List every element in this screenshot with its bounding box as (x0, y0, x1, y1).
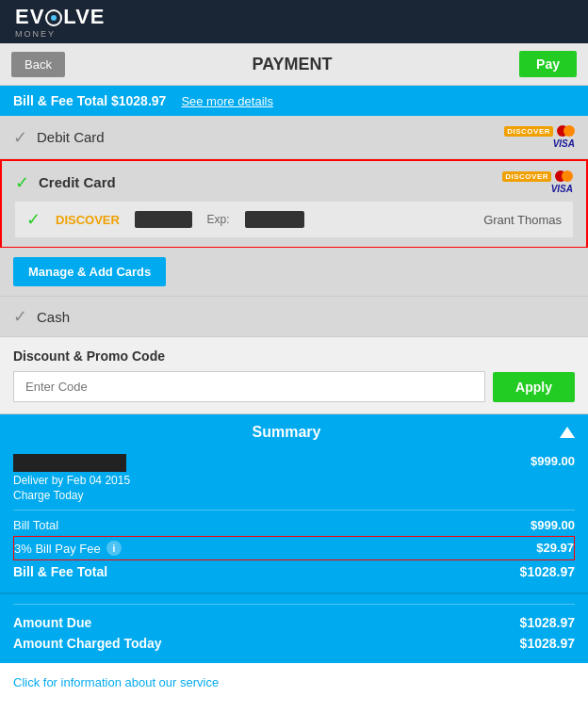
selected-card-detail: ✓ DISCOVER ( ████ ) Exp: ██████ Grant Th… (15, 202, 573, 237)
promo-row: Apply (13, 371, 575, 402)
amount-charged-value: $1028.97 (520, 636, 575, 651)
promo-input[interactable] (13, 371, 485, 402)
amount-due-label: Amount Due (13, 615, 91, 630)
fee-row: 3% Bill Pay Fee i $29.97 (13, 536, 575, 560)
visa-badge-debit: VISA (553, 138, 575, 149)
fee-value: $29.97 (536, 541, 574, 556)
summary-item-details: ████████████ Deliver by Feb 04 2015 Char… (13, 454, 130, 502)
exp-value-masked: ██████ (245, 211, 304, 228)
amount-section: Amount Due $1028.97 Amount Charged Today… (0, 592, 588, 663)
charge-today-text: Charge Today (13, 489, 130, 502)
debit-check-icon: ✓ (13, 127, 27, 148)
back-button[interactable]: Back (11, 52, 65, 77)
logo: EVLVE MONEY (15, 5, 106, 39)
pay-bottom-section: Pay (0, 701, 588, 713)
summary-title: Summary (13, 424, 560, 441)
discover-badge-debit: DISCOVER (504, 126, 553, 137)
item-name-masked: ████████████ (13, 454, 126, 472)
app-header: EVLVE MONEY (0, 0, 588, 43)
manage-add-cards-button[interactable]: Manage & Add Cards (13, 257, 166, 286)
amount-charged-label: Amount Charged Today (13, 636, 162, 651)
cash-check-icon: ✓ (13, 306, 27, 327)
fee-info-icon[interactable]: i (106, 541, 122, 556)
credit-card-label: Credit Card (39, 174, 116, 190)
see-details-link[interactable]: See more details (181, 94, 273, 108)
deliver-by-text: Deliver by Feb 04 2015 (13, 474, 130, 487)
promo-label: Discount & Promo Code (13, 348, 575, 364)
collapse-icon[interactable] (560, 427, 575, 438)
card-number-masked: ( ████ ) (135, 211, 192, 228)
mastercard-badge-debit (557, 125, 575, 137)
summary-item-row: ████████████ Deliver by Feb 04 2015 Char… (13, 450, 575, 506)
bill-total-text: Bill & Fee Total $1028.97 (13, 93, 166, 108)
apply-button[interactable]: Apply (493, 372, 575, 402)
promo-section: Discount & Promo Code Apply (0, 337, 588, 414)
summary-divider-1 (13, 510, 575, 510)
mastercard-badge-credit (555, 170, 573, 182)
amount-due-value: $1028.97 (520, 615, 575, 630)
item-price: $999.00 (531, 454, 575, 468)
pay-button-top[interactable]: Pay (519, 51, 577, 77)
summary-header: Summary (0, 414, 588, 450)
visa-badge-credit: VISA (551, 184, 573, 194)
debit-card-label: Debit Card (37, 129, 105, 145)
cardholder-name: Grant Thomas (483, 213, 562, 227)
service-link-section: Click for information about our service (0, 663, 588, 701)
fee-total-label: Bill & Fee Total (13, 564, 107, 579)
discover-badge-credit: DISCOVER (502, 171, 551, 182)
credit-card-icons: DISCOVER VISA (502, 170, 573, 194)
bill-total-value: $999.00 (531, 518, 575, 532)
bill-total-label: Bill Total (13, 518, 58, 532)
service-link[interactable]: Click for information about our service (13, 675, 219, 689)
debit-card-section: ✓ Debit Card DISCOVER VISA (0, 116, 588, 159)
discover-logo: DISCOVER (56, 213, 120, 227)
cash-section: ✓ Cash (0, 297, 588, 337)
credit-card-section: ✓ Credit Card DISCOVER VISA ✓ DISCOVER (… (0, 159, 588, 248)
fee-total-value: $1028.97 (520, 564, 575, 579)
summary-body: ████████████ Deliver by Feb 04 2015 Char… (0, 450, 588, 592)
exp-label: Exp: (207, 213, 230, 226)
selected-card-check: ✓ (26, 209, 41, 230)
toolbar: Back PAYMENT Pay (0, 43, 588, 86)
bill-banner: Bill & Fee Total $1028.97 See more detai… (0, 86, 588, 116)
amount-due-row: Amount Due $1028.97 (13, 612, 575, 633)
debit-card-icons: DISCOVER VISA (504, 125, 575, 149)
fee-label: 3% Bill Pay Fee i (14, 541, 122, 556)
amount-charged-row: Amount Charged Today $1028.97 (13, 633, 575, 654)
fee-total-row: Bill & Fee Total $1028.97 (13, 560, 575, 583)
bill-total-row: Bill Total $999.00 (13, 514, 575, 536)
page-title: PAYMENT (252, 55, 332, 74)
manage-cards-section: Manage & Add Cards (0, 248, 588, 297)
cash-label: Cash (37, 309, 70, 325)
credit-check-icon: ✓ (15, 172, 29, 193)
